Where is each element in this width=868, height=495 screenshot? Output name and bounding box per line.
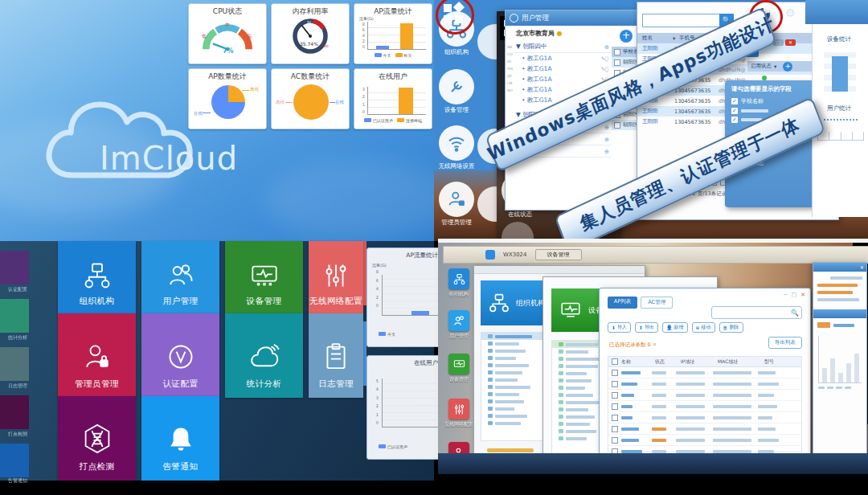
taskbar-app-icon[interactable]: [485, 250, 495, 260]
tile-log-management[interactable]: 日志管理: [309, 313, 363, 398]
add-button[interactable]: 👤新增: [662, 322, 688, 333]
sidebar-users-icon[interactable]: [448, 310, 469, 331]
logo-text: ImCloud: [100, 140, 238, 177]
table-row[interactable]: [608, 435, 801, 446]
tree-root[interactable]: 北京市教育局 ●: [514, 26, 612, 41]
edit-delete-icons[interactable]: ✎⃠: [601, 55, 609, 62]
tab-ap-list[interactable]: AP列表: [608, 297, 637, 309]
tile-auth-config[interactable]: 认证配置: [141, 313, 219, 398]
device-stats-label: 设备统计: [813, 24, 868, 43]
quadrant-photo-desktop: WX3024 设备管理 组织机构 用户管理 设备管理 无线网络配置 管理员管理: [438, 243, 868, 474]
ac-count-pie: [293, 84, 329, 120]
edit-delete-icons[interactable]: ✎⃠: [601, 66, 609, 72]
tile-user-management[interactable]: 用户管理: [141, 241, 219, 313]
select-all-checkbox[interactable]: [614, 49, 620, 55]
admin-manage-icon[interactable]: [439, 182, 474, 217]
window-title: 用户管理: [522, 14, 549, 23]
alphabet-index[interactable]: ABCDEFGHIJKLMNO: [507, 43, 513, 94]
gear-icon[interactable]: ⚙: [785, 6, 796, 19]
taskbar-tab[interactable]: WX3024: [503, 252, 527, 258]
taskbar-tab-active[interactable]: 设备管理: [535, 249, 582, 260]
wifi-icon[interactable]: [439, 125, 474, 161]
y-ticks: 3210: [359, 87, 365, 114]
horizontal-scrollbar[interactable]: [487, 448, 534, 452]
move-button[interactable]: ⊕移动: [692, 322, 715, 333]
tile-probe-detection[interactable]: 打点检测: [58, 396, 136, 481]
search-input[interactable]: 🔍: [711, 306, 802, 319]
mini-tile[interactable]: [0, 299, 29, 333]
mini-tile[interactable]: [0, 395, 29, 429]
export-list-button[interactable]: 导出列表: [768, 337, 802, 349]
ap-table-header[interactable]: 名称 状态 IP地址 MAC地址 型号: [608, 357, 801, 367]
card-ac-count: AC数量统计 离线 在线: [271, 68, 350, 129]
tile-device-management[interactable]: 设备管理: [225, 241, 303, 313]
tile-statistics[interactable]: 统计分析: [225, 313, 303, 398]
tree-item[interactable]: • 教工G1A✎⃠: [514, 74, 612, 84]
pie-label-online: 在线: [335, 100, 344, 105]
partial-stats-window: ✕: [813, 262, 867, 464]
mini-bar-chart: [818, 336, 862, 383]
leader-line: [203, 112, 211, 113]
tree-item[interactable]: • 教工G1A✎⃠: [514, 63, 612, 74]
tree-item[interactable]: • 教工G1A✎⃠: [514, 53, 612, 63]
taskbar: WX3024 设备管理: [443, 246, 868, 264]
user-stats-label: 用户统计: [813, 92, 868, 112]
mini-tile[interactable]: [0, 347, 29, 381]
toolbar-buttons: ⬇导入 ⬆导出 👤新增 ⊕移动 🗑删除: [608, 322, 743, 333]
y-ticks: 86420: [358, 22, 365, 49]
delete-button[interactable]: 🗑删除: [719, 322, 743, 333]
plot-area: [367, 87, 426, 115]
pie-label-offline: 离线: [276, 100, 285, 105]
memory-value: 35.74%: [300, 41, 318, 47]
tile-wireless-config[interactable]: 无线网络配置: [309, 241, 363, 313]
admin-lock-icon: [84, 342, 111, 371]
leader-line: [285, 102, 293, 103]
table-row[interactable]: [608, 412, 801, 423]
sidebar-wireless-icon[interactable]: [448, 399, 469, 419]
status-column-header[interactable]: 启用状态▾ +: [747, 61, 821, 72]
table-row[interactable]: [608, 390, 801, 401]
tile-org-structure[interactable]: 组织机构: [58, 241, 136, 313]
icon-label: 组织机构: [434, 48, 485, 56]
tile-admin-management[interactable]: 管理员管理: [58, 313, 136, 398]
tab-ac-manage[interactable]: AC管理: [641, 297, 673, 309]
memory-max: 100: [321, 44, 329, 48]
sidebar-org-icon[interactable]: [448, 268, 469, 289]
import-button[interactable]: ⬇导入: [608, 322, 631, 333]
mini-tile[interactable]: [0, 251, 29, 284]
table-row[interactable]: [608, 423, 801, 435]
composite-screenshot: ImCloud CPU状态 低 中 高 7% 内存利: [0, 0, 868, 495]
leader-line: [242, 90, 249, 91]
mini-tile[interactable]: [0, 444, 29, 477]
export-button[interactable]: ⬆导出: [635, 322, 658, 333]
ap-count-pie: [211, 85, 245, 119]
close-icon[interactable]: ✕: [860, 264, 864, 270]
window-controls[interactable]: ─□✕: [784, 292, 805, 298]
sidebar-label: 设备管理: [441, 376, 477, 383]
table-row[interactable]: [608, 367, 801, 378]
card-title: 在线用户: [354, 72, 432, 82]
add-column-icon[interactable]: +: [783, 62, 792, 72]
ap-tabs: AP列表 AC管理: [608, 297, 673, 309]
selected-count-link[interactable]: 已选择记录条数 0 ✕: [609, 342, 657, 349]
y-ticks: 86420: [372, 269, 379, 308]
card-title: AC数量统计: [272, 72, 349, 82]
bell-icon: [167, 425, 194, 454]
table-row[interactable]: [608, 378, 801, 390]
users-icon: [167, 262, 194, 289]
mini-tile-label: 日志管理: [0, 382, 27, 390]
table-row[interactable]: [608, 401, 801, 412]
device-monitor-icon: [250, 262, 279, 289]
sidebar-label: 无线网络配置: [441, 421, 477, 428]
ap-list-window: ─□✕ AP列表 AC管理 🔍 ⬇导入 ⬆导出 👤新增 ⊕移动 🗑删除 已选择记…: [599, 288, 811, 471]
tree-group[interactable]: ▼ 朝阳四中⊕: [514, 41, 612, 53]
add-user-button[interactable]: +: [620, 30, 633, 43]
icon-label: 在线状态: [492, 211, 548, 219]
sidebar-device-icon[interactable]: [448, 354, 469, 374]
dashboard-cards: CPU状态 低 中 高 7% 内存利用率: [188, 3, 431, 132]
tile-alarm-notification[interactable]: 告警通知: [141, 396, 219, 481]
device-manage-icon[interactable]: [439, 69, 474, 104]
stats-window-titlebar: [805, 0, 868, 24]
add-icon[interactable]: ⊕: [604, 43, 609, 51]
search-input[interactable]: [642, 14, 721, 27]
